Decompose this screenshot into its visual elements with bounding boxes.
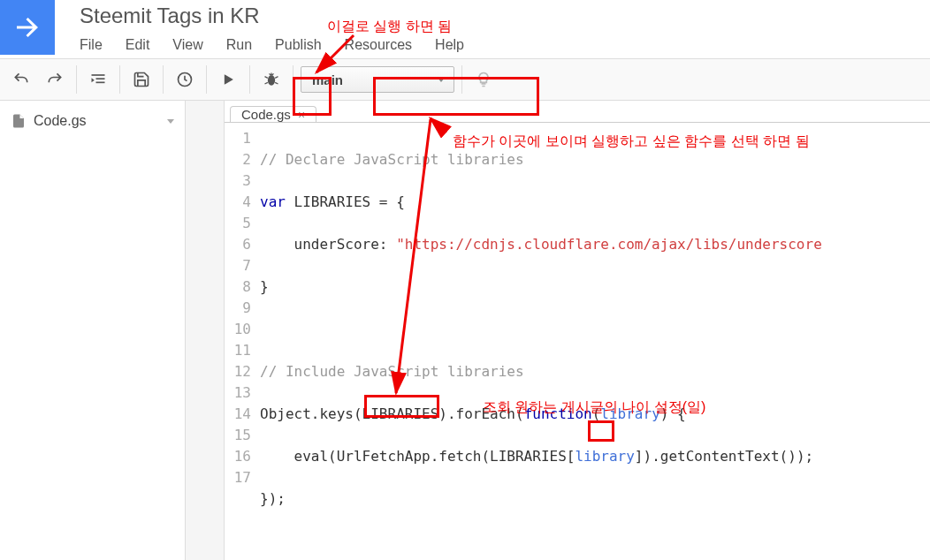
sidebar-file-label: Code.gs bbox=[34, 113, 87, 129]
menu-edit[interactable]: Edit bbox=[126, 37, 150, 53]
indent-button[interactable] bbox=[84, 65, 112, 94]
file-icon bbox=[11, 113, 27, 129]
sidebar: Code.gs bbox=[0, 101, 186, 560]
svg-point-4 bbox=[268, 75, 275, 86]
save-button[interactable] bbox=[127, 65, 156, 94]
debug-button[interactable] bbox=[257, 65, 286, 94]
svg-rect-2 bbox=[96, 82, 105, 84]
menu-help[interactable]: Help bbox=[435, 37, 464, 53]
tab-label: Code.gs bbox=[241, 107, 291, 122]
menubar: File Edit View Run Publish Resources Hel… bbox=[80, 37, 464, 53]
project-title[interactable]: Steemit Tags in KR bbox=[80, 4, 464, 28]
menu-resources[interactable]: Resources bbox=[345, 37, 412, 53]
menu-view[interactable]: View bbox=[172, 37, 202, 53]
app-logo[interactable] bbox=[0, 0, 55, 55]
menu-publish[interactable]: Publish bbox=[275, 37, 321, 53]
menu-run[interactable]: Run bbox=[226, 37, 252, 53]
code-content: // Declare JavaScript libraries var LIBR… bbox=[260, 128, 930, 560]
editor-tabs: Code.gs × bbox=[225, 101, 930, 123]
sidebar-file-item[interactable]: Code.gs bbox=[0, 108, 185, 134]
caret-down-icon bbox=[167, 119, 174, 124]
caret-down-icon bbox=[438, 78, 445, 82]
redo-button[interactable] bbox=[41, 65, 69, 94]
function-selector[interactable]: main bbox=[301, 66, 454, 93]
menu-file[interactable]: File bbox=[80, 37, 103, 53]
function-selector-value: main bbox=[312, 72, 343, 87]
run-button[interactable] bbox=[214, 65, 242, 94]
undo-button[interactable] bbox=[7, 65, 35, 94]
svg-rect-0 bbox=[92, 74, 105, 76]
line-numbers: 1234567891011121314151617 bbox=[225, 128, 260, 560]
svg-rect-1 bbox=[96, 78, 105, 79]
editor-gutter bbox=[186, 101, 225, 560]
close-icon[interactable]: × bbox=[298, 108, 305, 122]
code-editor[interactable]: 1234567891011121314151617 // Declare Jav… bbox=[225, 123, 930, 560]
toolbar: main bbox=[0, 58, 930, 101]
tab-code-gs[interactable]: Code.gs × bbox=[230, 106, 316, 122]
lightbulb-button[interactable] bbox=[469, 65, 498, 94]
triggers-button[interactable] bbox=[171, 65, 199, 94]
